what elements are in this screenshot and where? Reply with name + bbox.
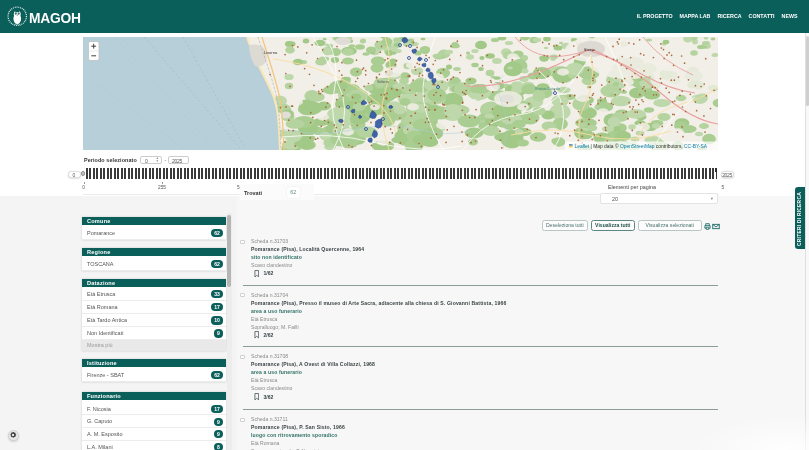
svg-text:Livorno: Livorno <box>264 50 278 55</box>
svg-text:Volterra: Volterra <box>377 80 389 84</box>
svg-text:Leaflet | Map data © OpenStree: Leaflet | Map data © OpenStreetMap contr… <box>575 143 708 149</box>
svg-text:Riserva Naturale: Riserva Naturale <box>535 87 560 91</box>
svg-text:Siena: Siena <box>584 47 595 52</box>
